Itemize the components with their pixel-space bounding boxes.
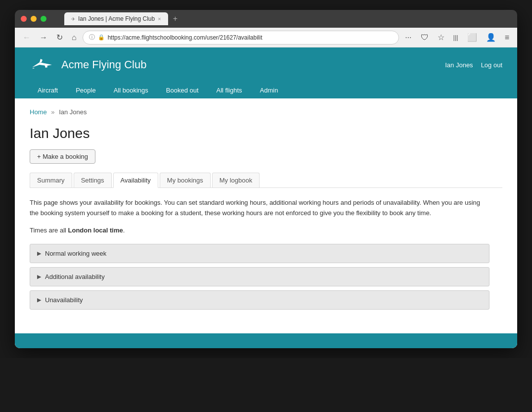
active-tab[interactable]: ✈ Ian Jones | Acme Flying Club × [64, 12, 168, 25]
toolbar-right: ··· 🛡 ☆ ||| ⬜ 👤 ≡ [402, 31, 512, 44]
sub-tab-my-logbook[interactable]: My logbook [212, 173, 260, 187]
lock-icon: 🔒 [98, 34, 105, 41]
maximize-button[interactable] [41, 16, 46, 22]
refresh-button[interactable]: ↻ [53, 31, 66, 44]
header-right: Ian Jones Log out [445, 61, 502, 69]
browser-toolbar: ← → ↻ ⌂ ⓘ 🔒 https://acme.flightschoolboo… [15, 28, 517, 47]
header-username: Ian Jones [445, 61, 473, 69]
tab-view-button[interactable]: ⬜ [464, 31, 480, 44]
sub-tab-settings[interactable]: Settings [74, 173, 112, 187]
tab-title: Ian Jones | Acme Flying Club [78, 15, 155, 22]
nav-tab-booked-out[interactable]: Booked out [158, 82, 207, 98]
header-left: Acme Flying Club [30, 52, 146, 77]
tab-bar: ✈ Ian Jones | Acme Flying Club × + [60, 12, 511, 25]
url-text: https://acme.flightschoolbooking.com/use… [108, 34, 393, 41]
page-title: Ian Jones [30, 126, 502, 141]
titlebar: ✈ Ian Jones | Acme Flying Club × + [15, 10, 517, 28]
sub-tabs: Summary Settings Availability My booking… [30, 173, 502, 188]
breadcrumb-home[interactable]: Home [30, 108, 47, 116]
site-content: Acme Flying Club Ian Jones Log out Aircr… [15, 47, 517, 348]
breadcrumb-current: Ian Jones [59, 108, 87, 116]
sub-tab-my-bookings[interactable]: My bookings [160, 173, 211, 187]
collapsible-arrow-unavailability: ▶ [37, 297, 41, 303]
collapsible-header-normal-working-week[interactable]: ▶ Normal working week [30, 244, 489, 263]
collapsible-label-additional-availability: Additional availability [45, 273, 105, 280]
availability-description: This page shows your availability for bo… [30, 198, 485, 219]
tab-close-button[interactable]: × [158, 16, 161, 22]
close-button[interactable] [21, 16, 27, 22]
bookmarks-list-button[interactable]: ||| [450, 32, 461, 43]
nav-tab-all-flights[interactable]: All flights [209, 82, 250, 98]
sub-tab-summary[interactable]: Summary [30, 173, 72, 187]
logo [30, 52, 54, 77]
shield-button[interactable]: 🛡 [418, 31, 432, 44]
collapsible-arrow-additional-availability: ▶ [37, 274, 41, 280]
site-header: Acme Flying Club Ian Jones Log out [15, 47, 517, 82]
collapsible-arrow-normal-working-week: ▶ [37, 250, 41, 257]
breadcrumb: Home » Ian Jones [30, 108, 502, 116]
nav-tab-all-bookings[interactable]: All bookings [106, 82, 156, 98]
times-note-suffix: . [123, 227, 125, 234]
tab-favicon: ✈ [71, 16, 75, 22]
times-note-prefix: Times are all [30, 227, 68, 234]
collapsible-unavailability: ▶ Unavailability [30, 290, 489, 310]
sub-tab-availability[interactable]: Availability [113, 173, 158, 188]
profile-button[interactable]: 👤 [483, 31, 499, 44]
nav-tab-aircraft[interactable]: Aircraft [30, 82, 66, 98]
browser-window: ✈ Ian Jones | Acme Flying Club × + ← → ↻… [15, 10, 517, 348]
site-footer [15, 333, 517, 348]
collapsible-label-unavailability: Unavailability [45, 296, 83, 304]
minimize-button[interactable] [31, 16, 37, 22]
collapsible-normal-working-week: ▶ Normal working week [30, 244, 489, 263]
nav-tab-admin[interactable]: Admin [252, 82, 286, 98]
info-icon: ⓘ [89, 33, 95, 42]
collapsible-label-normal-working-week: Normal working week [45, 250, 106, 257]
address-bar[interactable]: ⓘ 🔒 https://acme.flightschoolbooking.com… [83, 31, 399, 45]
times-note: Times are all London local time. [30, 227, 502, 234]
back-button[interactable]: ← [20, 31, 34, 44]
site-title: Acme Flying Club [61, 58, 146, 71]
bookmark-button[interactable]: ☆ [435, 31, 447, 44]
nav-tab-people[interactable]: People [68, 82, 103, 98]
collapsible-header-unavailability[interactable]: ▶ Unavailability [30, 291, 489, 309]
more-button[interactable]: ··· [402, 31, 414, 44]
collapsible-additional-availability: ▶ Additional availability [30, 267, 489, 286]
times-note-bold: London local time [68, 227, 123, 234]
home-button[interactable]: ⌂ [69, 31, 80, 44]
breadcrumb-separator: » [51, 108, 54, 116]
make-booking-button[interactable]: + Make a booking [30, 149, 95, 164]
main-content: Home » Ian Jones Ian Jones + Make a book… [15, 98, 517, 333]
menu-button[interactable]: ≡ [502, 31, 512, 44]
site-nav: Aircraft People All bookings Booked out … [15, 82, 517, 98]
logo-icon [30, 55, 54, 75]
new-tab-button[interactable]: + [170, 13, 180, 24]
collapsible-header-additional-availability[interactable]: ▶ Additional availability [30, 268, 489, 286]
logout-link[interactable]: Log out [481, 61, 502, 69]
forward-button[interactable]: → [37, 31, 50, 44]
